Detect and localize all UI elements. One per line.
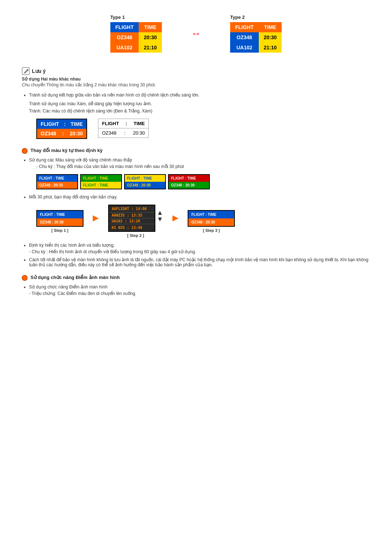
type2-row1-flight: OZ348	[230, 32, 259, 42]
note-pencil-icon	[22, 67, 30, 75]
type2-row1-time: 20:30	[259, 32, 282, 42]
step3-r2: OZ348 : 20:30	[188, 218, 234, 226]
cycle-box3-r1: FLIGHT : TIME	[125, 175, 165, 182]
dark-display: FLIGHT : TIME OZ348 : 20:30	[36, 119, 87, 139]
light-display: FLIGHT : TIME OZ348 : 20:30	[98, 119, 149, 138]
note-desc1: Chu chuyển Thông tin màu sắc bằng 2 màu …	[22, 82, 370, 87]
type2-label: Type 2	[230, 15, 282, 20]
type1-row1-time: 20:30	[139, 32, 162, 42]
step1-r2: OZ348 : 20:30	[37, 218, 83, 226]
step-row: FLIGHT : TIME OZ348 : 20:30 [ Step 1 ] ►…	[36, 205, 370, 238]
display-example-row: FLIGHT : TIME OZ348 : 20:30 FLIGHT : TIM…	[36, 119, 370, 139]
step2-r4: KI N35 : 13:40	[109, 224, 155, 231]
type2-block: Type 2 FLIGHT TIME OZ348 20:30 UA102 21:…	[230, 15, 282, 53]
note-subtitle1: Sử dụng Hai màu khác nhau	[22, 77, 370, 82]
type1-block: Type 1 FLIGHT TIME OZ348 20:30 UA102 21:…	[110, 15, 162, 53]
step3-r1: FLIGHT : TIME	[188, 211, 234, 218]
cycle-bullet-1: Sử dụng các Màu sáng với độ sáng chênh n…	[29, 157, 370, 169]
dark-display-row1: FLIGHT : TIME	[37, 119, 86, 129]
light-flight-val: OZ348	[102, 130, 117, 136]
type1-row1-flight: OZ348	[110, 32, 139, 42]
pixel-section-title: Sử dụng chức năng Điểm ảnh màn hình	[30, 275, 120, 280]
note-bullet-1: Tránh sử dụng kết hợp giữa văn bản và nề…	[29, 93, 370, 98]
pixel-section-header: Sử dụng chức năng Điểm ảnh màn hình	[22, 275, 370, 281]
step2-label: [ Step 2 ]	[127, 233, 144, 238]
note-heading: Lưu ý	[32, 68, 46, 74]
cycle-bullet3-2: Cách tốt nhất để bảo vệ màn hình không b…	[29, 257, 370, 267]
note-bullets: Tránh sử dụng kết hợp giữa văn bản và nề…	[29, 93, 370, 98]
type2-row2-flight: UA102	[230, 42, 259, 53]
type1-row2-time: 21:10	[139, 42, 162, 53]
cycle-box2-r2: FLIGHT : TIME	[81, 182, 121, 189]
cycle-sub1: - Chu kỳ : Thay đổi màu của văn bản và m…	[36, 164, 370, 169]
step1-display: FLIGHT : TIME OZ348 : 20:30	[36, 210, 83, 227]
step3-block: FLIGHT : TIME OZ348 : 20:30 [ Step 3 ]	[188, 210, 235, 233]
cycle-box3-r2: OZ348 : 20:30	[125, 182, 165, 189]
step2-block: AAFLIGHT : 14:00 AANZ35 : 13:35 UA102 : …	[108, 205, 163, 238]
cycle-sub3-1: - Chu kỳ : Hiển thị hình ảnh di chuyển v…	[29, 249, 370, 254]
cycle-bullets3: Định kỳ hiển thị các hình ảnh và biểu tư…	[29, 243, 370, 267]
cycle-section: Thay đổi màu ký tự theo định kỳ Sử dụng …	[22, 148, 370, 267]
note-title-row: Lưu ý	[22, 67, 370, 75]
cycle-box2-r1: FLIGHT : TIME	[81, 175, 121, 182]
cycle-box-2: FLIGHT : TIME FLIGHT : TIME	[80, 174, 122, 189]
note-section: Lưu ý Sử dụng Hai màu khác nhau Chu chuy…	[22, 67, 370, 139]
cycle-box1-r2: OZ348 : 20:30	[37, 182, 77, 189]
type2-row2-time: 21:10	[259, 42, 282, 53]
type2-col1-header: FLIGHT	[230, 22, 259, 32]
step2-arrow-down: ▼	[157, 216, 163, 222]
cycle-section-header: Thay đổi màu ký tự theo định kỳ	[22, 148, 370, 154]
step2-r2: AANZ35 : 13:35	[109, 212, 155, 218]
dark-colon1: :	[64, 121, 66, 127]
type1-row2-flight: UA102	[110, 42, 139, 53]
dark-colon2: :	[62, 131, 64, 136]
comparison-section: Type 1 FLIGHT TIME OZ348 20:30 UA102 21:…	[22, 15, 370, 53]
dark-time-val: 20:30	[70, 131, 83, 136]
step3-display: FLIGHT : TIME OZ348 : 20:30	[188, 210, 235, 227]
dark-flight-label: FLIGHT	[41, 121, 59, 127]
cycle-box1-r1: FLIGHT : TIME	[37, 175, 77, 182]
step2-arrow-block: ▲ ▼	[157, 209, 163, 222]
cycle-box-3: FLIGHT : TIME OZ348 : 20:30	[124, 174, 166, 189]
pixel-bullet-1: Sử dụng chức năng Điểm ảnh màn hình - Tr…	[29, 284, 370, 296]
comparison-arrow: ↔	[191, 28, 201, 40]
note-indent-1: Tránh sử dụng các màu Xám, dễ dàng gây h…	[29, 101, 370, 106]
light-colon1: :	[126, 121, 127, 126]
step2-to-step3-arrow: ►	[171, 212, 181, 224]
pixel-bullets: Sử dụng chức năng Điểm ảnh màn hình - Tr…	[29, 284, 370, 296]
type2-col2-header: TIME	[259, 22, 282, 32]
cycle-box-4: FLIGHT : TIME OZ348 : 20:30	[168, 174, 210, 189]
cycle-box4-r1: FLIGHT : TIME	[169, 175, 209, 182]
pixel-sub1: - Triệu chứng: Các Điểm màu đen di chuyể…	[29, 291, 370, 296]
step2-display: AAFLIGHT : 14:00 AANZ35 : 13:35 UA102 : …	[108, 205, 155, 232]
orange-dot-icon	[22, 148, 28, 154]
pixel-section: Sử dụng chức năng Điểm ảnh màn hình Sử d…	[22, 275, 370, 296]
light-time-val: 20:30	[133, 130, 145, 136]
type1-col1-header: FLIGHT	[110, 22, 139, 32]
cycle-section-title: Thay đổi màu ký tự theo định kỳ	[30, 148, 102, 153]
dark-flight-val: OZ348	[41, 131, 56, 136]
step3-label: [ Step 3 ]	[203, 228, 220, 233]
type2-table: FLIGHT TIME OZ348 20:30 UA102 21:10	[230, 22, 282, 53]
orange-dot-2-icon	[22, 275, 28, 281]
step1-to-step2-arrow: ►	[91, 212, 101, 224]
light-display-row1: FLIGHT : TIME	[98, 119, 148, 128]
step2-arrow-up: ▲	[157, 209, 163, 216]
dark-display-row2: OZ348 : 20:30	[37, 129, 86, 138]
cycle-bullets: Sử dụng các Màu sáng với độ sáng chênh n…	[29, 157, 370, 169]
step1-label: [ Step 1 ]	[52, 228, 68, 233]
step1-r1: FLIGHT : TIME	[37, 211, 83, 218]
step2-r1: AAFLIGHT : 14:00	[109, 205, 155, 212]
step2-inner: AAFLIGHT : 14:00 AANZ35 : 13:35 UA102 : …	[108, 205, 163, 232]
step1-block: FLIGHT : TIME OZ348 : 20:30 [ Step 1 ]	[36, 210, 83, 233]
type1-label: Type 1	[110, 15, 162, 20]
note-indent-2: Tránh: Các màu có độ chênh lệch sáng lớn…	[29, 108, 370, 114]
cycle-bullet2-list: Mỗi 30 phút, bạn thay đổi dòng văn bản c…	[29, 194, 370, 200]
light-time-label: TIME	[134, 121, 145, 126]
dark-time-label: TIME	[71, 121, 83, 127]
type1-table: FLIGHT TIME OZ348 20:30 UA102 21:10	[110, 22, 162, 53]
cycle-bullet3-1: Định kỳ hiển thị các hình ảnh và biểu tư…	[29, 243, 370, 254]
light-colon2: :	[124, 130, 126, 136]
cycle-boxes-row: FLIGHT : TIME OZ348 : 20:30 FLIGHT : TIM…	[36, 174, 370, 189]
cycle-box-1: FLIGHT : TIME OZ348 : 20:30	[36, 174, 78, 189]
